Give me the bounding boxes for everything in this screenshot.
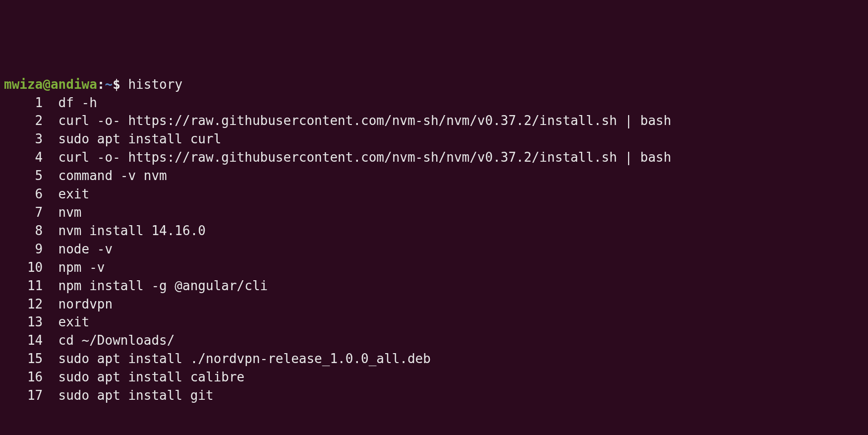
history-number: 4	[4, 148, 43, 167]
history-separator	[43, 130, 58, 148]
history-number: 1	[4, 94, 43, 112]
history-separator	[43, 277, 58, 295]
history-separator	[43, 350, 58, 368]
history-number: 16	[4, 368, 43, 386]
history-command: df -h	[58, 95, 97, 110]
history-command: nordvpn	[58, 297, 113, 311]
history-separator	[43, 240, 58, 258]
prompt-dollar: $	[113, 77, 128, 92]
history-entry: 17 sudo apt install git	[4, 386, 864, 405]
history-entry: 4 curl -o- https://raw.githubusercontent…	[4, 148, 864, 167]
history-entry: 13 exit	[4, 313, 864, 331]
history-command: exit	[58, 314, 90, 329]
history-command: curl -o- https://raw.githubusercontent.c…	[58, 113, 672, 128]
prompt-path: ~	[105, 77, 113, 92]
history-separator	[43, 295, 58, 313]
history-entry: 16 sudo apt install calibre	[4, 368, 864, 386]
history-command: node -v	[58, 242, 113, 256]
history-entry: 2 curl -o- https://raw.githubusercontent…	[4, 112, 864, 130]
history-separator	[43, 167, 58, 185]
history-separator	[43, 148, 58, 167]
history-entry: 15 sudo apt install ./nordvpn-release_1.…	[4, 350, 864, 368]
history-entry: 5 command -v nvm	[4, 167, 864, 185]
history-separator	[43, 203, 58, 222]
history-number: 11	[4, 277, 43, 295]
history-number: 5	[4, 167, 43, 185]
history-entry: 10 npm -v	[4, 258, 864, 277]
history-separator	[43, 222, 58, 240]
history-command: cd ~/Downloads/	[58, 333, 175, 348]
history-entry: 6 exit	[4, 185, 864, 203]
history-entry: 12 nordvpn	[4, 295, 864, 313]
history-number: 12	[4, 295, 43, 313]
history-entry: 3 sudo apt install curl	[4, 130, 864, 148]
history-number: 2	[4, 112, 43, 130]
history-number: 15	[4, 350, 43, 368]
history-command: command -v nvm	[58, 168, 167, 183]
prompt-user-host: mwiza@andiwa	[4, 77, 97, 92]
history-command: exit	[58, 186, 90, 201]
history-number: 10	[4, 258, 43, 277]
history-entry: 1 df -h	[4, 94, 864, 112]
prompt-colon: :	[97, 77, 105, 92]
history-command: curl -o- https://raw.githubusercontent.c…	[58, 150, 672, 165]
terminal-window[interactable]: mwiza@andiwa:~$ history 1 df -h2 curl -o…	[4, 75, 864, 405]
history-separator	[43, 331, 58, 350]
history-command: sudo apt install git	[58, 388, 214, 403]
history-number: 7	[4, 203, 43, 222]
history-number: 8	[4, 222, 43, 240]
history-separator	[43, 94, 58, 112]
history-command: npm install -g @angular/cli	[58, 278, 268, 293]
history-number: 17	[4, 386, 43, 405]
history-command: sudo apt install curl	[58, 131, 222, 146]
history-separator	[43, 386, 58, 405]
history-command: npm -v	[58, 260, 105, 275]
history-number: 9	[4, 240, 43, 258]
history-entry: 7 nvm	[4, 203, 864, 222]
history-command: sudo apt install calibre	[58, 370, 245, 384]
typed-command: history	[128, 77, 182, 92]
history-entry: 14 cd ~/Downloads/	[4, 331, 864, 350]
history-command: sudo apt install ./nordvpn-release_1.0.0…	[58, 351, 431, 366]
history-number: 13	[4, 313, 43, 331]
history-separator	[43, 185, 58, 203]
history-entry: 9 node -v	[4, 240, 864, 258]
history-number: 14	[4, 331, 43, 350]
history-separator	[43, 313, 58, 331]
history-command: nvm install 14.16.0	[58, 223, 206, 238]
history-entry: 8 nvm install 14.16.0	[4, 222, 864, 240]
history-separator	[43, 258, 58, 277]
history-number: 6	[4, 185, 43, 203]
history-entry: 11 npm install -g @angular/cli	[4, 277, 864, 295]
history-separator	[43, 112, 58, 130]
history-command: nvm	[58, 205, 82, 220]
history-number: 3	[4, 130, 43, 148]
history-separator	[43, 368, 58, 386]
